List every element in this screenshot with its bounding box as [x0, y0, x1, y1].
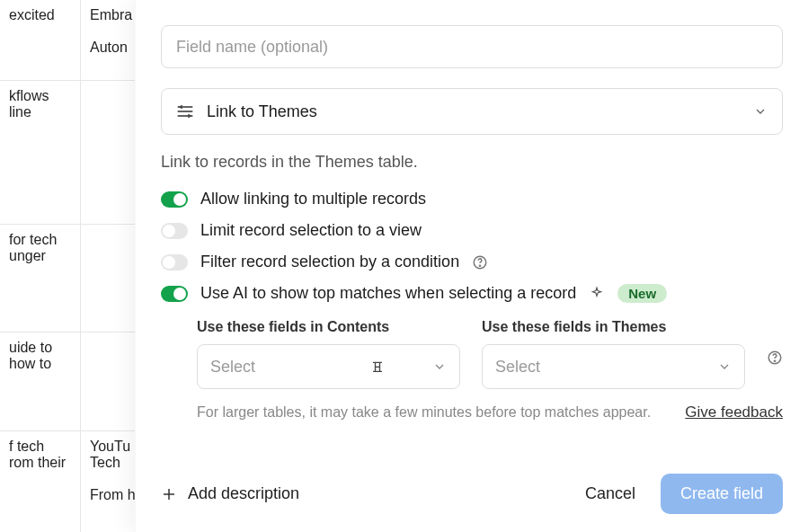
table-cell: excited — [0, 0, 81, 80]
chevron-down-icon — [432, 359, 447, 374]
select-placeholder: Select — [495, 358, 708, 377]
plus-icon — [161, 486, 177, 502]
table-cell: uide to how to — [0, 332, 81, 430]
ai-contents-select[interactable]: Select — [197, 344, 460, 389]
cancel-button[interactable]: Cancel — [571, 475, 650, 512]
chevron-down-icon — [753, 104, 768, 119]
new-badge: New — [617, 284, 667, 303]
ai-hint-row: For larger tables, it may take a few min… — [161, 403, 783, 421]
help-icon[interactable] — [472, 254, 488, 270]
toggle-switch[interactable] — [161, 286, 188, 302]
ai-contents-label: Use these fields in Contents — [197, 319, 460, 335]
give-feedback-link[interactable]: Give feedback — [685, 403, 783, 421]
toggle-ai-top-matches[interactable]: Use AI to show top matches when selectin… — [161, 284, 783, 303]
ai-themes-column: Use these fields in Themes Select — [482, 319, 745, 389]
field-helper-text: Link to records in the Themes table. — [161, 153, 783, 172]
ai-contents-column: Use these fields in Contents Select — [197, 319, 460, 389]
ai-hint-text: For larger tables, it may take a few min… — [197, 404, 669, 421]
toggle-label: Use AI to show top matches when selectin… — [200, 284, 576, 303]
select-placeholder: Select — [210, 358, 423, 377]
field-type-label: Link to Themes — [207, 102, 741, 121]
ai-fields-grid: Use these fields in Contents Select Use … — [161, 319, 783, 389]
table-cell: f tech rom their — [0, 431, 81, 532]
toggle-switch[interactable] — [161, 223, 188, 239]
dialog-footer: Add description Cancel Create field — [161, 457, 783, 514]
toggle-label: Limit record selection to a view — [200, 221, 422, 240]
toggle-switch[interactable] — [161, 191, 188, 208]
help-icon[interactable] — [767, 350, 783, 366]
add-description-button[interactable]: Add description — [161, 484, 299, 503]
ai-themes-select[interactable]: Select — [482, 344, 745, 389]
sparkle-icon — [589, 286, 605, 302]
ai-themes-label: Use these fields in Themes — [482, 319, 745, 335]
toggle-allow-multiple[interactable]: Allow linking to multiple records — [161, 190, 783, 208]
create-field-button[interactable]: Create field — [661, 474, 783, 514]
toggle-filter-condition[interactable]: Filter record selection by a condition — [161, 253, 783, 271]
toggle-switch[interactable] — [161, 254, 188, 270]
toggle-limit-view[interactable]: Limit record selection to a view — [161, 221, 783, 240]
link-icon — [176, 104, 194, 119]
svg-point-4 — [480, 265, 481, 266]
toggle-label: Filter record selection by a condition — [200, 253, 459, 271]
toggle-label: Allow linking to multiple records — [200, 190, 426, 208]
add-description-label: Add description — [188, 484, 299, 503]
svg-point-6 — [774, 360, 775, 361]
chevron-down-icon — [717, 359, 732, 374]
table-cell: for tech unger — [0, 225, 81, 332]
field-type-select[interactable]: Link to Themes — [161, 88, 783, 135]
field-name-input[interactable] — [161, 25, 783, 68]
table-cell: kflows line — [0, 81, 81, 224]
toggle-group: Allow linking to multiple records Limit … — [161, 190, 783, 303]
create-field-dialog: Link to Themes Link to records in the Th… — [135, 0, 808, 532]
